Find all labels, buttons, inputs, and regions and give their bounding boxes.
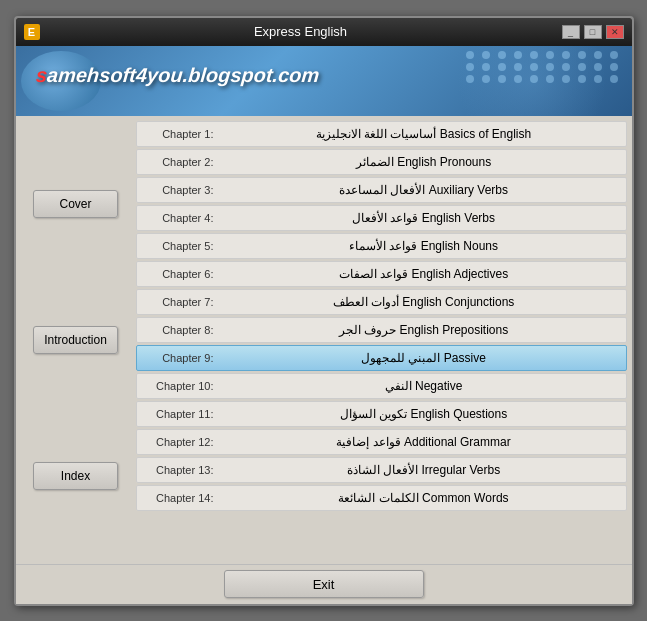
window-controls: _ □ ✕ [562,25,624,39]
chapter-row[interactable]: Chapter 5:English Nouns قواعد الأسماء [136,233,627,259]
chapter-row[interactable]: Chapter 11:English Questions تكوين السؤا… [136,401,627,427]
header-banner: samehsoft4you.blogspot.com [16,46,632,116]
index-button[interactable]: Index [33,462,118,490]
chapter-title: Irregular Verbs الأفعال الشاذة [222,463,626,477]
chapter-title: English Prepositions حروف الجر [222,323,626,337]
chapter-row[interactable]: Chapter 6:English Adjectives قواعد الصفا… [136,261,627,287]
chapter-title: English Pronouns الضمائر [222,155,626,169]
chapter-label: Chapter 8: [137,324,222,336]
chapter-row[interactable]: Chapter 7:English Conjunctions أدوات الع… [136,289,627,315]
cover-button[interactable]: Cover [33,190,118,218]
chapter-label: Chapter 13: [137,464,222,476]
dots-decoration [466,51,622,83]
chapter-row[interactable]: Chapter 9:Passive المبني للمجهول [136,345,627,371]
window-title: Express English [40,24,562,39]
chapter-row[interactable]: Chapter 13:Irregular Verbs الأفعال الشاذ… [136,457,627,483]
chapter-row[interactable]: Chapter 12:Additional Grammar قواعد إضاف… [136,429,627,455]
chapter-label: Chapter 11: [137,408,222,420]
chapter-title: English Adjectives قواعد الصفات [222,267,626,281]
chapter-label: Chapter 3: [137,184,222,196]
chapter-label: Chapter 2: [137,156,222,168]
main-window: E Express English _ □ ✕ samehsoft4you.bl… [14,16,634,606]
chapter-title: English Verbs قواعد الأفعال [222,211,626,225]
chapter-title: Basics of English أساسيات اللغة الانجليز… [222,127,626,141]
chapter-row[interactable]: Chapter 8:English Prepositions حروف الجر [136,317,627,343]
chapter-label: Chapter 6: [137,268,222,280]
chapter-label: Chapter 4: [137,212,222,224]
chapter-title: Passive المبني للمجهول [222,351,626,365]
chapter-label: Chapter 9: [137,352,222,364]
sidebar: Cover Introduction Index [16,116,136,564]
minimize-button[interactable]: _ [562,25,580,39]
chapter-row[interactable]: Chapter 14:Common Words الكلمات الشائعة [136,485,627,511]
chapter-label: Chapter 10: [137,380,222,392]
chapter-row[interactable]: Chapter 10:Negative النفي [136,373,627,399]
chapter-row[interactable]: Chapter 1:Basics of English أساسيات اللغ… [136,121,627,147]
chapter-label: Chapter 12: [137,436,222,448]
chapter-title: Additional Grammar قواعد إضافية [222,435,626,449]
chapter-label: Chapter 7: [137,296,222,308]
chapter-label: Chapter 14: [137,492,222,504]
title-bar: E Express English _ □ ✕ [16,18,632,46]
chapter-title: English Conjunctions أدوات العطف [222,295,626,309]
chapter-label: Chapter 5: [137,240,222,252]
exit-button[interactable]: Exit [224,570,424,598]
close-button[interactable]: ✕ [606,25,624,39]
chapter-label: Chapter 1: [137,128,222,140]
main-content: Cover Introduction Index Chapter 1:Basic… [16,116,632,564]
chapter-title: English Questions تكوين السؤال [222,407,626,421]
chapter-title: Auxiliary Verbs الأفعال المساعدة [222,183,626,197]
app-icon: E [24,24,40,40]
introduction-button[interactable]: Introduction [33,326,118,354]
chapter-title: English Nouns قواعد الأسماء [222,239,626,253]
maximize-button[interactable]: □ [584,25,602,39]
chapter-row[interactable]: Chapter 3:Auxiliary Verbs الأفعال المساع… [136,177,627,203]
chapter-row[interactable]: Chapter 4:English Verbs قواعد الأفعال [136,205,627,231]
banner-website: samehsoft4you.blogspot.com [34,64,319,87]
chapter-title: Common Words الكلمات الشائعة [222,491,626,505]
chapter-title: Negative النفي [222,379,626,393]
chapters-list: Chapter 1:Basics of English أساسيات اللغ… [136,116,632,564]
footer: Exit [16,564,632,604]
chapter-row[interactable]: Chapter 2:English Pronouns الضمائر [136,149,627,175]
